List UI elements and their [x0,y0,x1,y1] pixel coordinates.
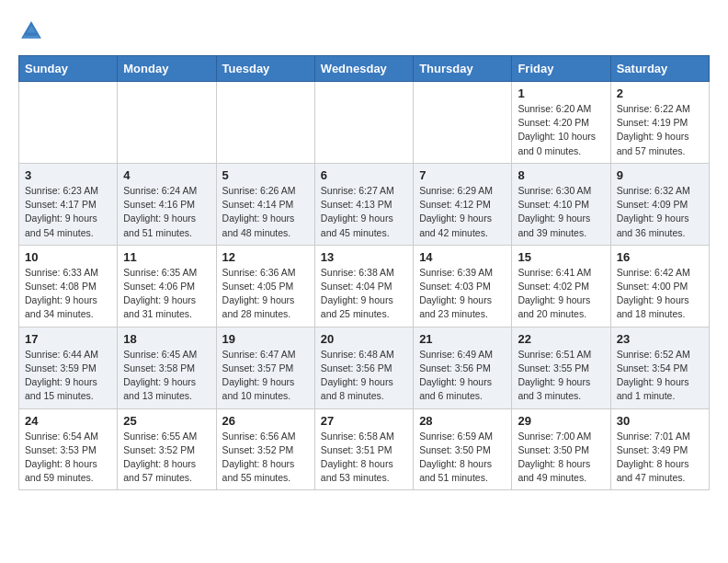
day-info: Sunrise: 6:26 AM Sunset: 4:14 PM Dayligh… [222,184,309,240]
day-info: Sunrise: 6:44 AM Sunset: 3:59 PM Dayligh… [25,348,111,404]
calendar-cell: 6Sunrise: 6:27 AM Sunset: 4:13 PM Daylig… [314,163,413,245]
day-number: 18 [123,332,210,346]
header [18,15,710,44]
calendar-cell: 4Sunrise: 6:24 AM Sunset: 4:16 PM Daylig… [118,163,216,245]
calendar-cell: 22Sunrise: 6:51 AM Sunset: 3:55 PM Dayli… [512,327,610,408]
day-number: 23 [617,332,703,346]
day-info: Sunrise: 6:35 AM Sunset: 4:06 PM Dayligh… [123,266,210,322]
day-info: Sunrise: 7:00 AM Sunset: 3:50 PM Dayligh… [518,430,604,486]
calendar-cell [314,82,413,164]
day-info: Sunrise: 6:49 AM Sunset: 3:56 PM Dayligh… [419,348,506,404]
calendar-cell: 19Sunrise: 6:47 AM Sunset: 3:57 PM Dayli… [216,327,314,408]
calendar: SundayMondayTuesdayWednesdayThursdayFrid… [18,55,710,490]
day-info: Sunrise: 6:58 AM Sunset: 3:51 PM Dayligh… [321,430,407,486]
calendar-cell: 2Sunrise: 6:22 AM Sunset: 4:19 PM Daylig… [610,82,709,164]
calendar-cell: 18Sunrise: 6:45 AM Sunset: 3:58 PM Dayli… [118,327,216,408]
logo [18,18,48,44]
day-number: 9 [617,168,703,182]
day-info: Sunrise: 6:42 AM Sunset: 4:00 PM Dayligh… [617,266,703,322]
calendar-cell: 21Sunrise: 6:49 AM Sunset: 3:56 PM Dayli… [414,327,512,408]
calendar-cell: 8Sunrise: 6:30 AM Sunset: 4:10 PM Daylig… [512,163,610,245]
day-header-monday: Monday [118,56,216,82]
day-info: Sunrise: 6:55 AM Sunset: 3:52 PM Dayligh… [123,430,210,486]
calendar-header-row: SundayMondayTuesdayWednesdayThursdayFrid… [19,56,710,82]
day-number: 8 [518,168,604,182]
svg-rect-3 [26,33,37,36]
calendar-cell: 11Sunrise: 6:35 AM Sunset: 4:06 PM Dayli… [118,245,216,327]
day-info: Sunrise: 6:48 AM Sunset: 3:56 PM Dayligh… [321,348,407,404]
day-number: 7 [419,168,506,182]
day-number: 6 [321,168,407,182]
day-info: Sunrise: 6:45 AM Sunset: 3:58 PM Dayligh… [123,348,210,404]
day-number: 12 [222,250,309,264]
calendar-cell [19,82,118,164]
day-info: Sunrise: 7:01 AM Sunset: 3:49 PM Dayligh… [617,430,703,486]
day-info: Sunrise: 6:33 AM Sunset: 4:08 PM Dayligh… [25,266,111,322]
calendar-cell: 9Sunrise: 6:32 AM Sunset: 4:09 PM Daylig… [610,163,709,245]
day-number: 16 [617,250,703,264]
calendar-cell: 13Sunrise: 6:38 AM Sunset: 4:04 PM Dayli… [314,245,413,327]
day-number: 20 [321,332,407,346]
day-info: Sunrise: 6:47 AM Sunset: 3:57 PM Dayligh… [222,348,309,404]
calendar-cell: 16Sunrise: 6:42 AM Sunset: 4:00 PM Dayli… [610,245,709,327]
day-info: Sunrise: 6:29 AM Sunset: 4:12 PM Dayligh… [419,184,506,240]
day-number: 30 [617,414,703,428]
calendar-cell: 23Sunrise: 6:52 AM Sunset: 3:54 PM Dayli… [610,327,709,408]
calendar-cell: 26Sunrise: 6:56 AM Sunset: 3:52 PM Dayli… [216,408,314,490]
calendar-cell: 20Sunrise: 6:48 AM Sunset: 3:56 PM Dayli… [314,327,413,408]
day-number: 25 [123,414,210,428]
week-row-2: 10Sunrise: 6:33 AM Sunset: 4:08 PM Dayli… [19,245,710,327]
day-info: Sunrise: 6:36 AM Sunset: 4:05 PM Dayligh… [222,266,309,322]
week-row-3: 17Sunrise: 6:44 AM Sunset: 3:59 PM Dayli… [19,327,710,408]
day-number: 24 [25,414,111,428]
day-number: 21 [419,332,506,346]
day-info: Sunrise: 6:51 AM Sunset: 3:55 PM Dayligh… [518,348,604,404]
day-number: 22 [518,332,604,346]
calendar-cell: 29Sunrise: 7:00 AM Sunset: 3:50 PM Dayli… [512,408,610,490]
page: SundayMondayTuesdayWednesdayThursdayFrid… [0,0,728,505]
calendar-cell [216,82,314,164]
day-info: Sunrise: 6:20 AM Sunset: 4:20 PM Dayligh… [518,102,604,158]
day-info: Sunrise: 6:39 AM Sunset: 4:03 PM Dayligh… [419,266,506,322]
day-header-sunday: Sunday [19,56,118,82]
calendar-cell: 3Sunrise: 6:23 AM Sunset: 4:17 PM Daylig… [19,163,118,245]
calendar-cell: 30Sunrise: 7:01 AM Sunset: 3:49 PM Dayli… [610,408,709,490]
week-row-0: 1Sunrise: 6:20 AM Sunset: 4:20 PM Daylig… [19,82,710,164]
day-number: 28 [419,414,506,428]
calendar-cell: 28Sunrise: 6:59 AM Sunset: 3:50 PM Dayli… [414,408,512,490]
week-row-1: 3Sunrise: 6:23 AM Sunset: 4:17 PM Daylig… [19,163,710,245]
day-number: 19 [222,332,309,346]
day-number: 1 [518,86,604,100]
calendar-cell: 12Sunrise: 6:36 AM Sunset: 4:05 PM Dayli… [216,245,314,327]
day-number: 13 [321,250,407,264]
day-number: 11 [123,250,210,264]
day-number: 17 [25,332,111,346]
calendar-cell: 5Sunrise: 6:26 AM Sunset: 4:14 PM Daylig… [216,163,314,245]
logo-icon [18,18,44,44]
day-header-wednesday: Wednesday [314,56,413,82]
day-info: Sunrise: 6:24 AM Sunset: 4:16 PM Dayligh… [123,184,210,240]
day-info: Sunrise: 6:23 AM Sunset: 4:17 PM Dayligh… [25,184,111,240]
day-info: Sunrise: 6:22 AM Sunset: 4:19 PM Dayligh… [617,102,703,158]
day-info: Sunrise: 6:59 AM Sunset: 3:50 PM Dayligh… [419,430,506,486]
day-info: Sunrise: 6:27 AM Sunset: 4:13 PM Dayligh… [321,184,407,240]
day-header-tuesday: Tuesday [216,56,314,82]
calendar-cell [118,82,216,164]
calendar-cell: 27Sunrise: 6:58 AM Sunset: 3:51 PM Dayli… [314,408,413,490]
calendar-cell: 7Sunrise: 6:29 AM Sunset: 4:12 PM Daylig… [414,163,512,245]
calendar-cell: 25Sunrise: 6:55 AM Sunset: 3:52 PM Dayli… [118,408,216,490]
day-number: 2 [617,86,703,100]
day-header-friday: Friday [512,56,610,82]
day-header-thursday: Thursday [414,56,512,82]
calendar-cell: 15Sunrise: 6:41 AM Sunset: 4:02 PM Dayli… [512,245,610,327]
day-info: Sunrise: 6:52 AM Sunset: 3:54 PM Dayligh… [617,348,703,404]
calendar-cell: 17Sunrise: 6:44 AM Sunset: 3:59 PM Dayli… [19,327,118,408]
day-info: Sunrise: 6:32 AM Sunset: 4:09 PM Dayligh… [617,184,703,240]
day-number: 5 [222,168,309,182]
week-row-4: 24Sunrise: 6:54 AM Sunset: 3:53 PM Dayli… [19,408,710,490]
day-info: Sunrise: 6:56 AM Sunset: 3:52 PM Dayligh… [222,430,309,486]
calendar-cell [414,82,512,164]
day-info: Sunrise: 6:30 AM Sunset: 4:10 PM Dayligh… [518,184,604,240]
calendar-cell: 10Sunrise: 6:33 AM Sunset: 4:08 PM Dayli… [19,245,118,327]
calendar-cell: 1Sunrise: 6:20 AM Sunset: 4:20 PM Daylig… [512,82,610,164]
